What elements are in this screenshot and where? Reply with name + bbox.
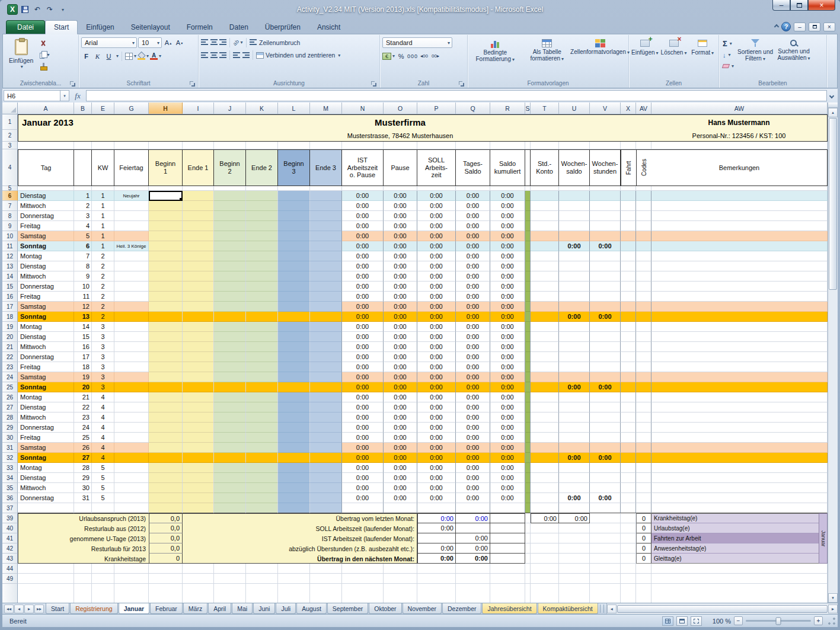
cell-AV30[interactable]	[636, 433, 651, 443]
cell-O[interactable]	[384, 574, 417, 584]
cell-B35[interactable]: 30	[74, 483, 92, 493]
cell-AW19[interactable]	[651, 322, 828, 332]
cell-V23[interactable]	[590, 362, 621, 372]
cell-R29[interactable]: 0:00	[490, 423, 525, 433]
cell-N12[interactable]: 0:00	[342, 251, 384, 261]
row-header-31[interactable]: 31	[2, 443, 18, 453]
clear-button[interactable]: ▾	[721, 62, 735, 71]
sheet-tab-kompaktübersicht[interactable]: Kompaktübersicht	[538, 603, 598, 614]
row-header-17[interactable]: 17	[2, 302, 18, 312]
cell-E32[interactable]: 4	[92, 453, 114, 463]
cell-S11[interactable]	[525, 241, 531, 251]
cell-A31[interactable]: Samstag	[18, 443, 74, 453]
cell-A34[interactable]: Dienstag	[18, 473, 74, 483]
cell-L21[interactable]	[278, 342, 310, 352]
cell-N22[interactable]: 0:00	[342, 352, 384, 362]
cell-E13[interactable]: 2	[92, 261, 114, 271]
summary-r-41[interactable]	[490, 533, 525, 543]
cell-T12[interactable]	[531, 251, 559, 261]
cell-E34[interactable]: 5	[92, 473, 114, 483]
row-header-41[interactable]: 41	[2, 533, 18, 543]
cell-P20[interactable]: 0:00	[417, 332, 456, 342]
cell-P22[interactable]: 0:00	[417, 352, 456, 362]
cell-A14[interactable]: Mittwoch	[18, 271, 74, 282]
cell-T10[interactable]	[531, 231, 559, 241]
cell-H7[interactable]	[149, 201, 183, 211]
cell-Q34[interactable]: 0:00	[456, 473, 490, 483]
scroll-down-arrow[interactable]: ▾	[828, 593, 838, 603]
cell-N13[interactable]: 0:00	[342, 261, 384, 271]
carry-std-konto[interactable]: 0:00	[531, 513, 559, 523]
cell-T16[interactable]	[531, 292, 559, 302]
cell-G11[interactable]: Heil. 3 Könige	[114, 241, 149, 251]
cell-X[interactable]	[621, 142, 636, 149]
cell-A27[interactable]: Dienstag	[18, 402, 74, 412]
cell-E[interactable]	[92, 564, 114, 574]
summary-r-40[interactable]	[490, 523, 525, 533]
cell-H28[interactable]	[149, 412, 183, 423]
row-header-10[interactable]: 10	[2, 231, 18, 241]
sheet-tab-november[interactable]: November	[403, 603, 442, 614]
cell-P28[interactable]: 0:00	[417, 412, 456, 423]
cell-B7[interactable]: 2	[74, 201, 92, 211]
cell-B14[interactable]: 9	[74, 271, 92, 282]
cell-N32[interactable]: 0:00	[342, 453, 384, 463]
column-header-R[interactable]: R	[490, 103, 525, 114]
cell-V20[interactable]	[590, 332, 621, 342]
cell-AV9[interactable]	[636, 221, 651, 231]
cell-O[interactable]	[384, 564, 417, 574]
cell-S[interactable]	[525, 523, 531, 533]
cell-J[interactable]	[214, 503, 246, 513]
cell-X[interactable]	[621, 584, 636, 603]
cell-V33[interactable]	[590, 463, 621, 473]
cell-L19[interactable]	[278, 322, 310, 332]
increase-font-button[interactable]: A▴	[163, 38, 173, 48]
ribbon-tab-einfügen[interactable]: Einfügen	[78, 21, 122, 34]
cell-V7[interactable]	[590, 201, 621, 211]
cell-K[interactable]	[246, 142, 278, 149]
cell-I22[interactable]	[183, 352, 214, 362]
cell-U33[interactable]	[559, 463, 590, 473]
cell-K26[interactable]	[246, 392, 278, 402]
cell-L29[interactable]	[278, 423, 310, 433]
cell-M19[interactable]	[310, 322, 342, 332]
cell-A9[interactable]: Freitag	[18, 221, 74, 231]
cell-L26[interactable]	[278, 392, 310, 402]
cell-U36[interactable]: 0:00	[559, 493, 590, 503]
cell-B13[interactable]: 8	[74, 261, 92, 271]
cell-X35[interactable]	[621, 483, 636, 493]
cell-X34[interactable]	[621, 473, 636, 483]
cell-L14[interactable]	[278, 271, 310, 282]
cell-Q22[interactable]: 0:00	[456, 352, 490, 362]
normal-view-button[interactable]	[662, 616, 673, 626]
cell-AV10[interactable]	[636, 231, 651, 241]
cell-N[interactable]	[342, 564, 384, 574]
cell-Q27[interactable]: 0:00	[456, 402, 490, 412]
cell-K12[interactable]	[246, 251, 278, 261]
cell-S25[interactable]	[525, 382, 531, 392]
cell-B33[interactable]: 28	[74, 463, 92, 473]
cell-M35[interactable]	[310, 483, 342, 493]
cell-K28[interactable]	[246, 412, 278, 423]
cell-G16[interactable]	[114, 292, 149, 302]
cell-M36[interactable]	[310, 493, 342, 503]
row-header-5[interactable]: 5	[2, 186, 18, 191]
cell-AV[interactable]	[636, 584, 651, 603]
underline-button[interactable]: U	[104, 51, 114, 61]
cell-R16[interactable]: 0:00	[490, 292, 525, 302]
cell-AW15[interactable]	[651, 282, 828, 292]
cell-H36[interactable]	[149, 493, 183, 503]
cell-T29[interactable]	[531, 423, 559, 433]
summary-q-42[interactable]: 0:00	[456, 543, 490, 554]
cell-A32[interactable]: Sonntag	[18, 453, 74, 463]
cell-X11[interactable]	[621, 241, 636, 251]
cell-V[interactable]	[590, 523, 621, 533]
cell-AW16[interactable]	[651, 292, 828, 302]
cell-M33[interactable]	[310, 463, 342, 473]
cell-K30[interactable]	[246, 433, 278, 443]
cell-J7[interactable]	[214, 201, 246, 211]
cell-G13[interactable]	[114, 261, 149, 271]
cell-E[interactable]	[92, 142, 114, 149]
bold-button[interactable]: F	[81, 51, 91, 61]
cell-R12[interactable]: 0:00	[490, 251, 525, 261]
